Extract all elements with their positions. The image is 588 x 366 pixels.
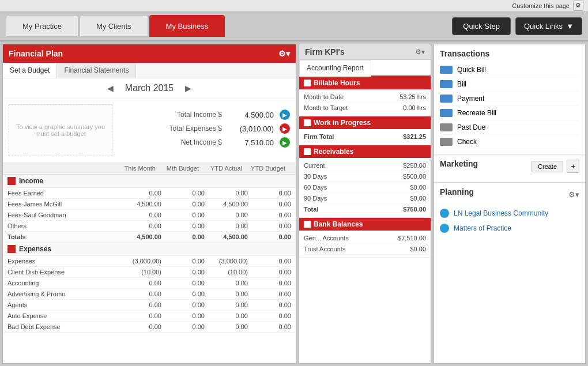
table-header: This Month Mth Budget YTD Actual YTD Bud… [3, 163, 296, 175]
planning-item-ln-legal[interactable]: 🌐 LN Legal Business Community [440, 206, 579, 221]
marketing-header: Marketing Create + [440, 159, 579, 173]
month-to-target-row: Month to Target 0.00 hrs [304, 103, 426, 114]
net-income-value: 7,510.00 [228, 138, 274, 147]
table-row: Expenses (3,000.00) 0.00 (3,000.00) 0.00 [3, 256, 296, 267]
total-income-label: Total Income $ [177, 111, 222, 119]
col-ytd-budget: YTD Budget [242, 165, 285, 172]
receivables-section: Receivables Current $250.00 30 Days $500… [299, 145, 431, 218]
wip-header: Work in Progress [299, 116, 431, 129]
table-row: Advertising & Promo 0.00 0.00 0.00 0.00 [3, 289, 296, 300]
billable-hours-label: Billable Hours [314, 79, 360, 87]
quick-bill-label: Quick Bill [457, 66, 486, 74]
kpi-settings-icon[interactable]: ⚙▾ [415, 48, 425, 56]
receivable-current-row: Current $250.00 [304, 160, 426, 171]
tab-financial-statements[interactable]: Financial Statements [57, 63, 136, 78]
table-row: Fees Earned 0.00 0.00 0.00 0.00 [3, 188, 296, 199]
tab-my-clients[interactable]: My Clients [80, 15, 148, 37]
quick-bill-icon [440, 66, 453, 74]
tab-my-business[interactable]: My Business [149, 15, 225, 37]
billable-hours-content: Month to Date 53.25 hrs Month to Target … [299, 89, 431, 116]
kpi-tabs: Accounting Report [299, 60, 431, 77]
past-due-label: Past Due [457, 123, 485, 131]
customize-label: Customize this page [512, 2, 570, 9]
receivable-total-row: Total $750.00 [304, 204, 426, 215]
col-this-month: This Month [112, 165, 156, 172]
globe-icon-2: 🌐 [440, 224, 449, 233]
transaction-recreate-bill[interactable]: Recreate Bill [440, 106, 579, 120]
summary-table: Total Income $ 4,500.00 ▶ Total Expenses… [118, 110, 290, 151]
table-row: Client Disb Expense (10.00) 0.00 (10.00)… [3, 267, 296, 278]
globe-icon-1: 🌐 [440, 209, 449, 218]
firm-total-value: $321.25 [403, 133, 426, 140]
add-marketing-button[interactable]: + [567, 160, 579, 173]
date-navigation: ◀ March 2015 ▶ [3, 78, 296, 99]
table-scroll[interactable]: Income Fees Earned 0.00 0.00 0.00 0.00 F… [3, 175, 296, 363]
month-to-date-row: Month to Date 53.25 hrs [304, 92, 426, 103]
net-income-label: Net Income $ [181, 138, 222, 146]
billable-hours-section: Billable Hours Month to Date 53.25 hrs M… [299, 77, 431, 116]
month-to-target-label: Month to Target [304, 104, 348, 111]
transaction-bill[interactable]: Bill [440, 77, 579, 92]
marketing-buttons: Create + [532, 160, 579, 173]
receivables-label: Receivables [314, 148, 353, 156]
bank-balances-header: Bank Balances [299, 218, 431, 231]
net-income-arrow-icon: ▶ [280, 137, 290, 148]
gear-icon[interactable]: ⚙ [573, 1, 583, 11]
bank-balances-label: Bank Balances [314, 220, 363, 228]
receivable-90-row: 90 Days $0.00 [304, 193, 426, 204]
col-name-header [7, 165, 112, 172]
expenses-checkbox[interactable] [7, 245, 16, 253]
transaction-check[interactable]: Check [440, 135, 579, 149]
create-button[interactable]: Create [532, 161, 563, 172]
income-checkbox[interactable] [7, 177, 16, 185]
right-panel: Transactions Quick Bill Bill Payment Rec… [434, 44, 586, 364]
table-row: Agents 0.00 0.00 0.00 0.00 [3, 300, 296, 311]
prev-month-arrow[interactable]: ◀ [107, 84, 114, 93]
bank-balances-section: Bank Balances Gen... Accounts $7,510.00 … [299, 218, 431, 258]
bill-label: Bill [457, 80, 466, 88]
financial-plan-panel: Financial Plan ⚙▾ Set a Budget Financial… [2, 44, 296, 364]
income-section-label: Income [19, 177, 43, 185]
quick-links-button[interactable]: Quick Links ▼ [515, 17, 582, 35]
month-to-date-value: 53.25 hrs [399, 93, 426, 100]
transaction-past-due[interactable]: Past Due [440, 120, 579, 135]
kpi-tab-accounting[interactable]: Accounting Report [299, 60, 371, 77]
table-row: Accounting 0.00 0.00 0.00 0.00 [3, 278, 296, 289]
gen-accounts-row: Gen... Accounts $7,510.00 [304, 233, 426, 244]
financial-plan-header: Financial Plan ⚙▾ [3, 44, 296, 63]
transaction-payment[interactable]: Payment [440, 92, 579, 106]
receivable-30-row: 30 Days $500.00 [304, 171, 426, 182]
dropdown-arrow-icon: ▼ [566, 22, 574, 31]
planning-title: Planning [440, 187, 474, 197]
billable-hours-header: Billable Hours [299, 77, 431, 89]
wip-check [304, 119, 311, 126]
tab-my-practice[interactable]: My Practice [6, 15, 78, 37]
table-row: Bad Debt Expense 0.00 0.00 0.00 0.00 [3, 322, 296, 333]
planning-settings-icon[interactable]: ⚙▾ [568, 190, 579, 199]
data-table-section: This Month Mth Budget YTD Actual YTD Bud… [3, 163, 296, 363]
next-month-arrow[interactable]: ▶ [185, 84, 191, 93]
total-expenses-label: Total Expenses $ [169, 124, 222, 133]
financial-plan-title: Financial Plan [9, 49, 63, 58]
tab-set-budget[interactable]: Set a Budget [3, 63, 57, 78]
quick-step-button[interactable]: Quick Step [452, 17, 511, 35]
transaction-quick-bill[interactable]: Quick Bill [440, 63, 579, 77]
matters-label: Matters of Practice [454, 224, 511, 232]
planning-item-matters[interactable]: 🌐 Matters of Practice [440, 221, 579, 236]
firm-kpi-header: Firm KPI's ⚙▾ [299, 44, 431, 60]
income-arrow-icon: ▶ [280, 110, 290, 120]
nav-right-buttons: Quick Step Quick Links ▼ [452, 17, 582, 35]
income-totals-row: Totals 4,500.00 0.00 4,500.00 0.00 [3, 232, 296, 243]
check-label: Check [457, 138, 477, 146]
recreate-bill-icon [440, 109, 453, 117]
main-content: Financial Plan ⚙▾ Set a Budget Financial… [0, 41, 588, 366]
graphic-placeholder: To view a graphic summary you must set a… [9, 104, 112, 156]
net-income-row: Net Income $ 7,510.00 ▶ [118, 137, 290, 148]
firm-total-row: Firm Total $321.25 [304, 131, 426, 142]
wip-section: Work in Progress Firm Total $321.25 [299, 116, 431, 145]
total-income-value: 4,500.00 [228, 111, 274, 119]
bill-icon [440, 80, 453, 88]
billable-check [304, 80, 311, 86]
settings-icon[interactable]: ⚙▾ [278, 49, 290, 58]
receivables-header: Receivables [299, 145, 431, 158]
